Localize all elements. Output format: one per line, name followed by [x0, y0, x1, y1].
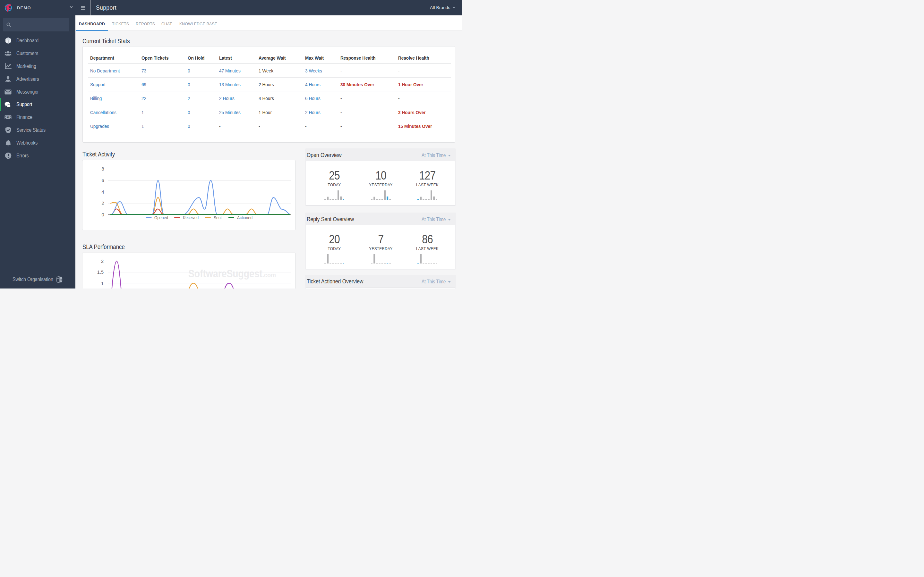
svg-text:SoftwareSuggest.com: SoftwareSuggest.com — [188, 268, 276, 279]
svg-text:2: 2 — [101, 259, 103, 264]
svg-text:Opened: Opened — [154, 215, 168, 220]
svg-text:6: 6 — [102, 177, 104, 183]
svg-text:$: $ — [7, 116, 9, 118]
svg-text:Actioned: Actioned — [237, 215, 252, 220]
svg-text:4: 4 — [102, 189, 104, 194]
svg-text:1.5: 1.5 — [97, 269, 103, 275]
svg-text:1: 1 — [101, 281, 103, 286]
svg-text:0: 0 — [102, 212, 104, 217]
svg-text:Received: Received — [183, 215, 199, 220]
svg-text:2: 2 — [102, 201, 104, 206]
svg-text:Sent: Sent — [214, 215, 222, 220]
svg-text:8: 8 — [102, 166, 104, 171]
